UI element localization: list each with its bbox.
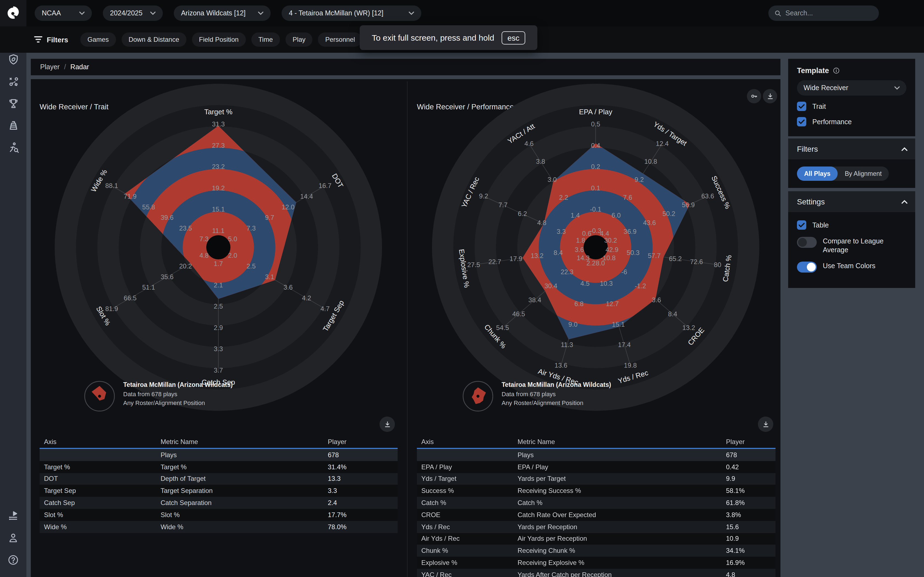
league-dropdown[interactable]: NCAA — [35, 5, 92, 21]
table-row[interactable]: Plays678 — [417, 449, 775, 461]
compare-league-toggle[interactable] — [797, 237, 817, 248]
chevron-down-icon — [258, 11, 263, 15]
table-cell: Chunk % — [417, 547, 513, 555]
table-row[interactable]: Wide %Wide %78.0% — [40, 521, 397, 533]
table-cell: YAC / Rec — [417, 571, 513, 577]
settings-section-header[interactable]: Settings — [788, 191, 915, 212]
trait-checkbox[interactable] — [797, 102, 806, 111]
table-cell: Yds / Target — [417, 475, 513, 483]
table-cell: Yards per Target — [513, 475, 722, 483]
download-table-button[interactable] — [758, 417, 773, 432]
svg-text:22.7: 22.7 — [488, 258, 501, 266]
table-cell: 678 — [722, 451, 775, 459]
column-header[interactable]: Player — [722, 438, 775, 446]
player-dropdown[interactable]: 4 - Tetairoa McMillan (WR) [12] — [282, 5, 421, 21]
svg-text:EPA / Play: EPA / Play — [579, 108, 612, 116]
table-row[interactable]: Success %Receiving Success %58.1% — [417, 485, 775, 497]
app-logo[interactable] — [0, 0, 26, 26]
table-header: AxisMetric NamePlayer — [417, 436, 775, 449]
svg-text:15.1: 15.1 — [212, 206, 225, 213]
filter-icon — [34, 36, 42, 43]
table-row[interactable]: Plays678 — [40, 449, 397, 461]
svg-text:2.1: 2.1 — [214, 281, 223, 289]
sidebar-item-scouting[interactable] — [0, 136, 26, 158]
svg-text:3.3: 3.3 — [214, 345, 223, 353]
search-input[interactable]: Search... — [768, 5, 879, 21]
team-colors-toggle-row[interactable]: Use Team Colors — [788, 255, 915, 272]
trait-checkbox-row[interactable]: Trait — [788, 96, 915, 111]
team-colors-toggle[interactable] — [797, 261, 817, 272]
sidebar-item-combine[interactable] — [0, 114, 26, 136]
filter-chip-games[interactable]: Games — [80, 32, 116, 47]
filter-chip-play[interactable]: Play — [286, 32, 313, 47]
table-cell: Target Sep — [40, 487, 156, 495]
column-header[interactable]: Player — [323, 438, 397, 446]
table-row[interactable]: Target SepTarget Separation3.3 — [40, 485, 397, 497]
sidebar-item-playlists[interactable] — [0, 505, 26, 527]
table-cell: Slot % — [156, 511, 323, 519]
table-row[interactable]: Catch SepCatch Separation2.4 — [40, 497, 397, 509]
svg-text:4.5: 4.5 — [580, 280, 590, 287]
performance-checkbox[interactable] — [797, 117, 806, 126]
svg-text:0.6: 0.6 — [582, 230, 591, 237]
playlist-icon — [7, 510, 19, 522]
table-row[interactable]: Chunk %Receiving Chunk %34.1% — [417, 545, 775, 557]
season-dropdown[interactable]: 2024/2025 — [103, 5, 163, 21]
column-header[interactable]: Metric Name — [156, 438, 323, 446]
column-header[interactable]: Axis — [40, 438, 156, 446]
filters-section-header[interactable]: Filters — [788, 139, 915, 160]
table-row[interactable]: YAC / RecYards After Catch per Reception… — [417, 569, 775, 577]
legend-shape-icon — [83, 380, 116, 413]
svg-text:14.3: 14.3 — [577, 254, 590, 261]
table-cell: 31.4% — [323, 463, 397, 471]
all-plays-segment[interactable]: All Plays — [797, 166, 838, 181]
table-cell: Target % — [156, 463, 323, 471]
table-row[interactable]: Yds / TargetYards per Target9.9 — [417, 473, 775, 485]
filter-chip-down-distance[interactable]: Down & Distance — [121, 32, 186, 47]
compare-toggle-row[interactable]: Compare to League Average — [788, 230, 915, 255]
svg-text:2.5: 2.5 — [214, 303, 223, 310]
info-icon[interactable] — [833, 67, 840, 74]
filter-chip-time[interactable]: Time — [251, 32, 280, 47]
svg-text:2.2: 2.2 — [559, 194, 568, 201]
filters-button[interactable]: Filters — [34, 35, 68, 44]
legend-position: Any Roster/Alignment Position — [123, 400, 233, 406]
svg-text:6.0: 6.0 — [612, 211, 621, 219]
table-row[interactable]: EPA / PlayEPA / Play0.42 — [417, 461, 775, 473]
breadcrumb-player[interactable]: Player — [40, 63, 60, 71]
table-row[interactable]: Target %Target %31.4% — [40, 461, 397, 473]
svg-text:81.9: 81.9 — [105, 305, 118, 313]
sidebar-item-help[interactable] — [0, 549, 26, 571]
by-alignment-segment[interactable]: By Alignment — [838, 170, 889, 177]
table-row[interactable]: Explosive %Receiving Explosive %16.9% — [417, 557, 775, 569]
sidebar-item-profile[interactable] — [0, 527, 26, 549]
svg-text:88.1: 88.1 — [105, 182, 118, 189]
table-row[interactable]: Slot %Slot %17.7% — [40, 509, 397, 521]
table-row[interactable]: Yds / RecYards per Reception15.6 — [417, 521, 775, 533]
table-cell: 678 — [323, 451, 397, 459]
team-dropdown[interactable]: Arizona Wildcats [12] — [174, 5, 271, 21]
column-header[interactable]: Axis — [417, 438, 513, 446]
top-bar: NCAA 2024/2025 Arizona Wildcats [12] 4 -… — [0, 0, 924, 26]
svg-text:8.4: 8.4 — [554, 249, 563, 256]
compare-toggle-label: Compare to League Average — [823, 237, 900, 255]
performance-checkbox-row[interactable]: Performance — [788, 111, 915, 126]
svg-text:12.7: 12.7 — [606, 300, 619, 308]
sidebar-item-plays[interactable] — [0, 70, 26, 92]
download-table-button[interactable] — [380, 417, 395, 432]
table-row[interactable]: Catch %Catch %61.8% — [417, 497, 775, 509]
table-checkbox-row[interactable]: Table — [788, 212, 915, 230]
legend-shape-icon — [462, 380, 494, 413]
filter-chip-field-position[interactable]: Field Position — [192, 32, 246, 47]
table-row[interactable]: DOTDepth of Target13.3 — [40, 473, 397, 485]
column-header[interactable]: Metric Name — [513, 438, 722, 446]
template-dropdown[interactable]: Wide Receiver — [797, 80, 906, 96]
table-row[interactable]: Air Yds / RecAir Yards per Reception10.9 — [417, 533, 775, 545]
svg-text:4.2: 4.2 — [302, 294, 311, 302]
filter-chip-personnel[interactable]: Personnel — [318, 32, 362, 47]
svg-text:3.1: 3.1 — [265, 273, 274, 280]
sidebar-item-trophy[interactable] — [0, 92, 26, 114]
table-checkbox[interactable] — [797, 220, 806, 230]
table-row[interactable]: CROECatch Rate Over Expected3.8% — [417, 509, 775, 521]
table-cell: Catch % — [417, 499, 513, 507]
